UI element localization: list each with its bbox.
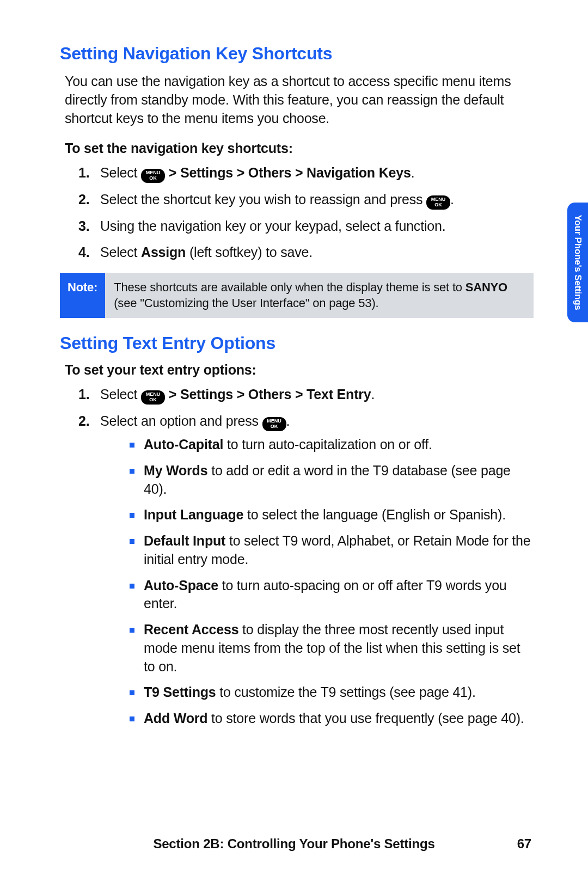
option-recent-access: Recent Access to display the three most … (130, 621, 534, 676)
footer-section-label: Section 2B: Controlling Your Phone's Set… (153, 836, 434, 851)
step-text-end: . (450, 192, 454, 207)
step-1: 1. Select MENUOK > Settings > Others > N… (78, 164, 534, 183)
side-tab: Your Phone's Settings (567, 203, 588, 322)
option-input-language: Input Language to select the language (E… (130, 506, 534, 524)
option-my-words: My Words to add or edit a word in the T9… (130, 462, 534, 499)
note-text-post: (see "Customizing the User Interface" on… (114, 296, 378, 310)
step-2: 2. Select an option and press MENUOK. Au… (78, 412, 534, 728)
step-text-post: (left softkey) to save. (186, 244, 313, 260)
step-text-pre: Select (100, 387, 141, 402)
step-number: 1. (78, 385, 89, 404)
intro-paragraph: You can use the navigation key as a shor… (65, 72, 534, 127)
step-1: 1. Select MENUOK > Settings > Others > T… (78, 385, 534, 405)
subhead-text-entry: To set your text entry options: (65, 362, 534, 378)
step-3: 3. Using the navigation key or your keyp… (78, 217, 534, 236)
menu-ok-icon: MENUOK (141, 390, 165, 405)
step-text-end: . (371, 387, 375, 402)
steps-nav-shortcuts: 1. Select MENUOK > Settings > Others > N… (60, 164, 534, 262)
step-number: 4. (78, 243, 89, 262)
menu-path: > Settings > Others > Navigation Keys (165, 165, 411, 180)
note-text-pre: These shortcuts are available only when … (114, 280, 465, 294)
step-number: 2. (78, 191, 89, 209)
page-footer: Section 2B: Controlling Your Phone's Set… (0, 836, 588, 852)
menu-ok-icon: MENUOK (426, 195, 450, 210)
step-text-end: . (411, 165, 415, 180)
option-t9-settings: T9 Settings to customize the T9 settings… (130, 683, 534, 702)
option-add-word: Add Word to store words that you use fre… (130, 709, 534, 728)
step-text-pre: Select (100, 165, 141, 180)
options-list: Auto-Capital to turn auto-capitalization… (100, 436, 534, 728)
step-text-pre: Select the shortcut key you wish to reas… (100, 192, 426, 207)
heading-text-entry: Setting Text Entry Options (60, 333, 534, 353)
page-number: 67 (517, 836, 531, 852)
note-body: These shortcuts are available only when … (105, 273, 534, 318)
step-text-end: . (286, 413, 290, 428)
menu-ok-icon: MENUOK (141, 169, 165, 183)
option-auto-space: Auto-Space to turn auto-spacing on or of… (130, 577, 534, 614)
step-text-pre: Select (100, 244, 141, 260)
step-text: Using the navigation key or your keypad,… (100, 218, 445, 234)
assign-label: Assign (141, 244, 186, 260)
menu-path: > Settings > Others > Text Entry (165, 387, 371, 402)
side-tab-label: Your Phone's Settings (572, 215, 583, 310)
subhead-nav-shortcuts: To set the navigation key shortcuts: (65, 140, 534, 156)
option-default-input: Default Input to select T9 word, Alphabe… (130, 532, 534, 569)
note-box: Note: These shortcuts are available only… (60, 273, 534, 318)
menu-ok-icon: MENUOK (262, 417, 286, 431)
step-number: 3. (78, 217, 89, 236)
steps-text-entry: 1. Select MENUOK > Settings > Others > T… (60, 385, 534, 728)
heading-nav-shortcuts: Setting Navigation Key Shortcuts (60, 44, 534, 64)
document-page: Your Phone's Settings Setting Navigation… (0, 0, 588, 882)
step-text-pre: Select an option and press (100, 413, 262, 428)
note-label: Note: (60, 273, 105, 318)
note-bold: SANYO (465, 280, 507, 294)
step-2: 2. Select the shortcut key you wish to r… (78, 191, 534, 210)
option-auto-capital: Auto-Capital to turn auto-capitalization… (130, 436, 534, 454)
step-4: 4. Select Assign (left softkey) to save. (78, 243, 534, 262)
step-number: 1. (78, 164, 89, 182)
step-number: 2. (78, 412, 89, 431)
